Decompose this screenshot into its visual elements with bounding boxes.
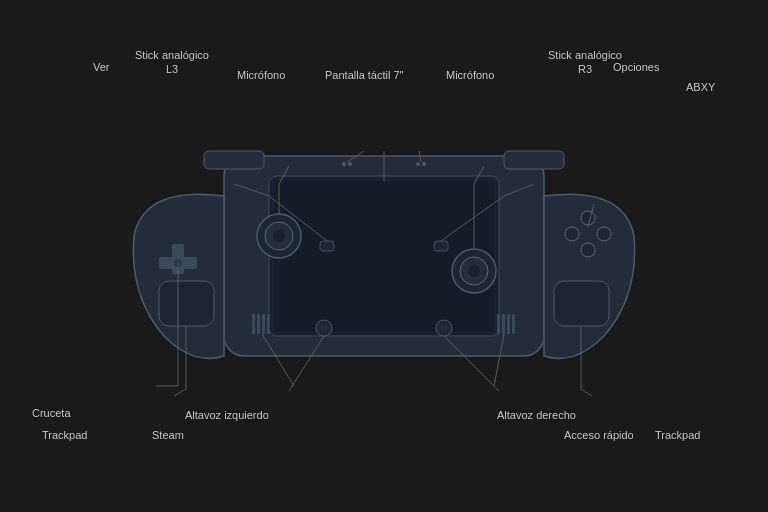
label-pantalla: Pantalla táctil 7" xyxy=(325,68,404,82)
label-cruceta: Cruceta xyxy=(32,406,71,420)
label-microfono-right: Micrófono xyxy=(446,68,494,82)
svg-line-59 xyxy=(581,389,592,396)
svg-point-17 xyxy=(597,227,611,241)
svg-point-37 xyxy=(422,162,426,166)
label-stick-l3: Stick analógicoL3 xyxy=(135,48,209,77)
svg-line-57 xyxy=(174,389,186,396)
svg-rect-23 xyxy=(267,314,270,334)
svg-rect-22 xyxy=(262,314,265,334)
label-opciones: Opciones xyxy=(613,60,659,74)
svg-point-31 xyxy=(440,324,448,332)
label-acceso-rapido: Acceso rápido xyxy=(564,428,634,442)
label-ver: Ver xyxy=(93,60,110,74)
svg-point-36 xyxy=(416,162,420,166)
label-microfono-left: Micrófono xyxy=(237,68,285,82)
svg-point-34 xyxy=(342,162,346,166)
svg-rect-4 xyxy=(504,151,564,169)
svg-rect-20 xyxy=(252,314,255,334)
label-abxy: ABXY xyxy=(686,80,715,94)
label-trackpad-left: Trackpad xyxy=(42,428,87,442)
svg-point-29 xyxy=(320,324,328,332)
svg-rect-27 xyxy=(512,314,515,334)
svg-rect-25 xyxy=(502,314,505,334)
svg-point-15 xyxy=(581,211,595,225)
svg-rect-19 xyxy=(554,281,609,326)
svg-rect-21 xyxy=(257,314,260,334)
svg-point-10 xyxy=(468,265,480,277)
label-steam: Steam xyxy=(152,428,184,442)
label-altavoz-der: Altavoz derecho xyxy=(497,408,576,422)
device-illustration xyxy=(104,96,664,416)
svg-point-7 xyxy=(273,230,285,242)
svg-rect-24 xyxy=(497,314,500,334)
svg-point-14 xyxy=(565,227,579,241)
label-stick-r3: Stick analógicoR3 xyxy=(548,48,622,77)
svg-rect-33 xyxy=(434,241,448,251)
label-altavoz-izq: Altavoz izquierdo xyxy=(185,408,269,422)
svg-rect-26 xyxy=(507,314,510,334)
diagram-container: Cruceta Ver Stick analógicoL3 Micrófono … xyxy=(0,0,768,512)
svg-rect-18 xyxy=(159,281,214,326)
svg-rect-3 xyxy=(204,151,264,169)
svg-point-35 xyxy=(348,162,352,166)
label-trackpad-right: Trackpad xyxy=(655,428,700,442)
svg-point-16 xyxy=(581,243,595,257)
svg-rect-32 xyxy=(320,241,334,251)
